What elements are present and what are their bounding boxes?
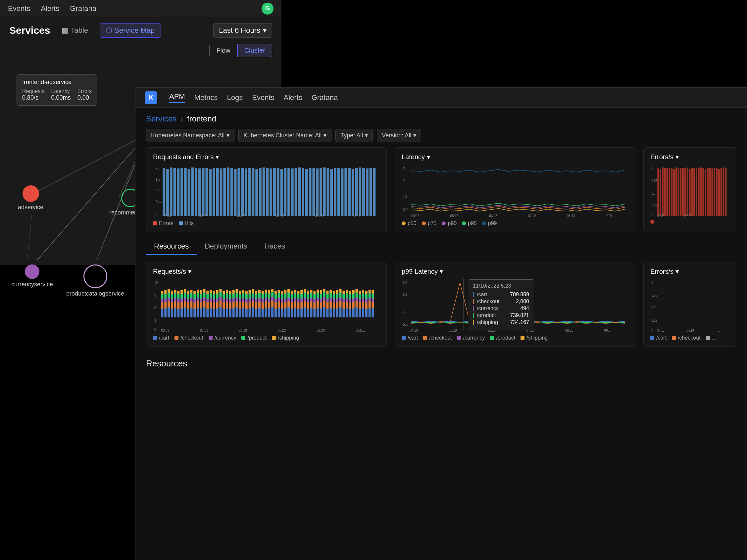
apm-nav-grafana[interactable]: Grafana [312,93,338,102]
svg-rect-192 [200,302,202,309]
svg-rect-207 [210,301,212,308]
svg-rect-423 [349,299,351,302]
legend-error-line [650,220,654,224]
subtab-traces[interactable]: Traces [255,239,293,255]
svg-rect-282 [258,301,261,308]
chevron-down-icon-es2[interactable]: ▾ [675,267,679,275]
svg-rect-343 [297,299,299,302]
svg-text:500: 500 [403,208,409,212]
legend-p99: p99 [482,220,497,226]
bottom-resources: Resources [135,353,747,369]
chevron-down-icon-re[interactable]: ▾ [215,153,219,161]
subtab-resources[interactable]: Resources [146,239,197,255]
flow-btn[interactable]: Flow [209,44,237,57]
svg-text:0: 0 [154,328,156,331]
breadcrumb-parent[interactable]: Services [146,114,177,124]
svg-rect-51 [305,169,308,216]
svg-rect-155 [174,290,177,293]
svg-rect-225 [220,289,222,292]
svg-text:03:53: 03:53 [161,329,169,332]
filter-namespace-label: Kubernetes Namespace: All [151,132,225,139]
svg-rect-235 [226,290,228,293]
svg-rect-300 [268,290,270,294]
chevron-down-icon-lat[interactable]: ▾ [427,153,430,161]
subtab-deployments[interactable]: Deployments [197,239,255,255]
svg-rect-162 [180,302,183,309]
svg-rect-294 [265,293,267,298]
svg-rect-224 [220,292,222,297]
svg-rect-110 [698,168,700,216]
apm-nav-metrics[interactable]: Metrics [195,93,218,102]
svg-rect-177 [190,301,193,308]
svg-rect-161 [180,309,183,317]
svg-rect-163 [180,298,183,302]
svg-rect-226 [223,309,225,317]
node-currencyservice[interactable]: currencyservice [11,264,53,288]
chevron-down-icon-es[interactable]: ▾ [675,153,679,161]
chart-p99-latency-header: p99 Latency ▾ [402,267,628,275]
svg-rect-438 [359,299,361,302]
chart-requests-errors-title: Requests and Errors [153,153,213,161]
tab-table[interactable]: ▦ Table [55,23,94,38]
svg-rect-153 [174,298,177,301]
svg-text:07:23: 07:23 [278,329,286,332]
legend-p50: p50 [402,220,416,226]
time-select[interactable]: Last 6 Hours ▾ [213,23,272,38]
node-product-label: productcatalogservice [66,290,124,297]
svg-rect-395 [330,290,332,293]
apm-nav-alerts[interactable]: Alerts [284,93,302,102]
svg-rect-11 [162,168,165,216]
node-adservice[interactable]: adservice [18,185,43,211]
chevron-down-icon-p99[interactable]: ▾ [440,267,443,275]
tooltip-metric-errors: Errors 0.00 [77,88,92,101]
apm-nav-logs[interactable]: Logs [227,93,243,102]
tab-service-map[interactable]: ⬡ Service Map [100,23,161,38]
svg-rect-298 [268,298,270,302]
filter-cluster[interactable]: Kubernetes Cluster Name: All ▾ [238,129,331,142]
filter-type[interactable]: Type: All ▾ [335,129,373,142]
svg-rect-314 [278,293,280,298]
svg-rect-214 [213,294,215,299]
svg-rect-241 [232,309,235,317]
legend-hits: Hits [179,220,194,226]
svg-rect-150 [171,291,173,294]
filter-version[interactable]: Version: All ▾ [377,129,421,142]
node-productcatalogservice[interactable]: productcatalogservice [66,264,124,297]
nav-events[interactable]: Events [8,4,30,13]
svg-rect-317 [281,302,283,309]
tooltip-checkout: /checkout 2,000 [473,298,529,304]
svg-rect-175 [187,291,189,294]
nav-grafana[interactable]: Grafana [70,4,97,13]
svg-rect-286 [262,309,264,317]
svg-rect-243 [232,298,235,302]
svg-text:04:13: 04:13 [410,329,418,332]
svg-rect-399 [333,294,335,299]
svg-rect-238 [229,299,231,302]
svg-text:04:13: 04:13 [657,329,664,332]
svg-rect-377 [320,302,322,309]
svg-rect-39 [263,167,265,216]
svg-rect-257 [242,301,244,308]
svg-rect-28 [223,168,226,216]
svg-rect-144 [168,293,170,297]
svg-rect-133 [161,299,163,302]
filter-namespace[interactable]: Kubernetes Namespace: All ▾ [146,129,234,142]
svg-rect-201 [206,309,209,317]
svg-rect-341 [297,309,299,317]
svg-rect-189 [197,293,199,298]
svg-rect-411 [342,309,345,317]
svg-rect-332 [291,302,293,309]
chevron-down-icon-rs[interactable]: ▾ [188,267,191,275]
svg-rect-16 [180,168,183,216]
cluster-btn[interactable]: Cluster [237,44,272,57]
nav-alerts[interactable]: Alerts [41,4,59,13]
svg-rect-344 [297,294,299,299]
svg-rect-50 [302,168,304,216]
svg-rect-324 [284,294,286,298]
svg-rect-376 [320,309,322,317]
apm-nav-apm[interactable]: APM [169,92,185,103]
svg-rect-132 [161,302,163,309]
svg-rect-330 [287,289,290,293]
chart-requests-errors-area: 2K 1K 800 400 0 // Inline bar generation… [153,165,380,218]
apm-nav-events[interactable]: Events [252,93,274,102]
